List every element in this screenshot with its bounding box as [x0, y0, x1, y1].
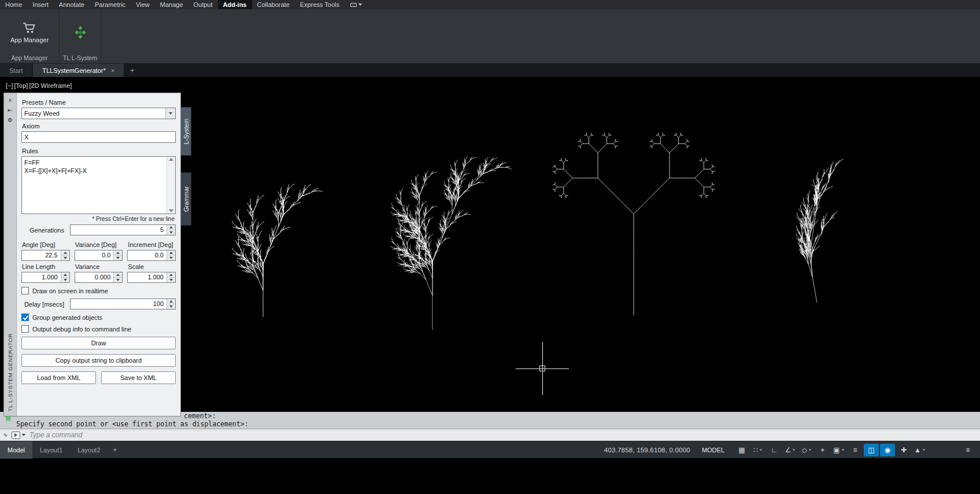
grid-display-icon[interactable]: ▦ [734, 444, 749, 456]
scale-stepper[interactable]: 1.000 [127, 272, 176, 283]
snap-mode-icon[interactable]: ∷ [750, 444, 765, 456]
dropdown-caret-icon[interactable] [165, 108, 175, 119]
scroll-down-icon[interactable] [169, 209, 173, 212]
rules-scrollbar[interactable] [167, 157, 175, 213]
draw-button[interactable]: Draw [21, 337, 176, 349]
recent-commands-icon[interactable] [12, 432, 25, 439]
customize-command-line-icon[interactable]: ✎ [3, 432, 8, 439]
angle-stepper[interactable]: 22.5 [21, 250, 70, 261]
app-manager-button[interactable]: App Manager [6, 19, 53, 46]
spinner-up-icon[interactable] [167, 225, 175, 230]
spinner-up-icon[interactable] [61, 272, 69, 277]
ortho-mode-icon[interactable]: ∟ [767, 444, 782, 456]
tab-home[interactable]: Home [0, 0, 27, 9]
palette-autohide-icon[interactable]: ⇤ [8, 105, 12, 115]
scroll-up-icon[interactable] [169, 158, 173, 161]
viewport-visual-style-control[interactable]: [2D Wireframe] [29, 82, 72, 89]
layout1-tab[interactable]: Layout1 [32, 441, 70, 459]
selection-cycling-icon[interactable]: ◫ [864, 444, 879, 456]
annotation-visibility-icon[interactable]: ◉ [880, 444, 895, 456]
spinner-down-icon[interactable] [167, 255, 175, 260]
spinner-down-icon[interactable] [113, 255, 122, 260]
file-tab-tllsystemgenerator[interactable]: TLLSystemGenerator* × [33, 64, 124, 77]
object-snap-tracking-icon[interactable]: ⌖ [815, 444, 830, 456]
tab-output[interactable]: Output [188, 0, 218, 9]
increment-stepper[interactable]: 0.0 [127, 250, 176, 261]
object-snap-icon[interactable]: ▣ [831, 444, 846, 456]
line-length-stepper[interactable]: 1.000 [21, 272, 70, 283]
palette-tab-grammar-label: Grammar [183, 186, 190, 212]
axiom-input[interactable] [21, 131, 176, 143]
debug-output-label: Output debug info to command line [32, 326, 131, 333]
annotation-scale-icon[interactable]: ▲ [912, 444, 927, 456]
tab-parametric[interactable]: Parametric [90, 0, 131, 9]
viewport-view-control[interactable]: [Top] [14, 82, 28, 89]
tab-express-tools[interactable]: Express Tools [295, 0, 345, 9]
tab-manage[interactable]: Manage [155, 0, 188, 9]
tab-add-ins[interactable]: Add-ins [218, 0, 252, 9]
spinner-down-icon[interactable] [61, 277, 69, 282]
file-tab-start[interactable]: Start [0, 64, 32, 77]
spinner-up-icon[interactable] [167, 250, 175, 255]
new-drawing-tab-button[interactable]: + [125, 64, 140, 77]
new-layout-button[interactable]: + [108, 446, 122, 454]
line-length-value: 1.000 [22, 272, 60, 282]
tl-lsystem-panel-label[interactable]: TL L-System [60, 53, 101, 63]
palette-content: Presets / Name Fuzzy Weed Axiom Rules F=… [17, 93, 180, 416]
app-manager-cart-icon [22, 21, 37, 34]
polar-tracking-icon[interactable]: ∠ [783, 444, 798, 456]
tab-collaborate[interactable]: Collaborate [252, 0, 295, 9]
model-tab[interactable]: Model [0, 441, 32, 459]
layout2-tab[interactable]: Layout2 [70, 441, 108, 459]
variance-stepper[interactable]: 0.000 [75, 272, 123, 283]
palette-close-icon[interactable]: × [9, 95, 12, 105]
app-manager-panel-label[interactable]: App Manager [0, 53, 59, 63]
spinner-down-icon[interactable] [113, 277, 122, 282]
lineweight-icon[interactable]: ≡ [848, 444, 863, 456]
model-space-button[interactable]: MODEL [702, 447, 724, 454]
isometric-drafting-icon[interactable]: ◇ [799, 444, 814, 456]
close-tab-icon[interactable]: × [111, 67, 114, 74]
spinner-up-icon[interactable] [113, 250, 122, 255]
viewport-menu-control[interactable]: [−] [6, 82, 13, 89]
angle-value: 22.5 [22, 250, 60, 260]
tab-annotate[interactable]: Annotate [54, 0, 90, 9]
tl-lsystem-button[interactable] [68, 21, 93, 44]
tab-view[interactable]: View [131, 0, 155, 9]
viewport-controls: [−] [Top] [2D Wireframe] [6, 82, 72, 89]
palette-properties-icon[interactable]: ⚙ [8, 115, 13, 125]
spinner-down-icon[interactable] [167, 230, 175, 235]
command-input-row[interactable]: ✎ Type a command [0, 429, 980, 441]
debug-output-checkbox[interactable] [21, 325, 29, 333]
generations-stepper[interactable]: 5 [70, 224, 176, 235]
scale-label: Scale [128, 263, 176, 270]
delay-stepper[interactable]: 100 [70, 298, 176, 309]
app-manager-button-label: App Manager [10, 36, 49, 43]
autoscale-icon[interactable]: ✚ [896, 444, 911, 456]
spinner-up-icon[interactable] [167, 299, 175, 304]
spinner-up-icon[interactable] [61, 250, 69, 255]
realtime-checkbox[interactable] [21, 287, 29, 294]
group-objects-label: Group generated objects [32, 314, 102, 321]
rules-textarea[interactable]: F=FF X=F-[[X]+X]+F[+FX]-X [21, 156, 176, 214]
spinner-down-icon[interactable] [61, 255, 69, 260]
spinner-down-icon[interactable] [167, 277, 175, 282]
variance-deg-stepper[interactable]: 0.0 [75, 250, 123, 261]
ribbon-display-toggle-icon[interactable] [350, 0, 362, 9]
palette-tab-lsystem[interactable]: L-System [181, 107, 191, 156]
spinner-up-icon[interactable] [113, 272, 122, 277]
copy-output-button[interactable]: Copy output string to clipboard [21, 354, 176, 367]
save-to-xml-button[interactable]: Save to XML [101, 371, 176, 384]
customization-icon[interactable]: ≡ [960, 444, 975, 456]
file-tab-active-label: TLLSystemGenerator* [42, 67, 105, 74]
spinner-up-icon[interactable] [167, 272, 175, 277]
tab-insert[interactable]: Insert [27, 0, 54, 9]
command-input[interactable]: Type a command [29, 431, 83, 439]
spinner-down-icon[interactable] [167, 304, 175, 309]
palette-tab-grammar[interactable]: Grammar [181, 172, 191, 226]
realtime-checkbox-row: Draw on screen in realtime [21, 287, 176, 294]
command-history-line: Specify second point or <use first point… [0, 420, 980, 429]
preset-dropdown[interactable]: Fuzzy Weed [21, 108, 176, 119]
group-objects-checkbox[interactable] [21, 314, 29, 321]
load-from-xml-button[interactable]: Load from XML [21, 371, 96, 384]
